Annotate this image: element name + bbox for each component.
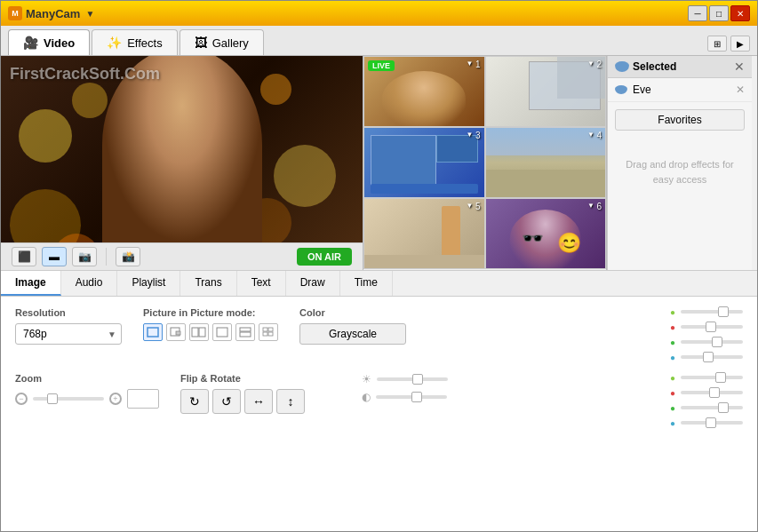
live-badge: LIVE — [368, 60, 395, 71]
minimize-button[interactable]: ─ — [688, 5, 707, 21]
pip-small-overlay-btn[interactable] — [166, 323, 186, 341]
cell-2-chevron[interactable]: ▼ — [587, 60, 594, 67]
resolution-select[interactable]: 768p 480p 1080p — [15, 323, 122, 345]
tabbar-action-2[interactable]: ▶ — [730, 36, 750, 52]
pip-side-icon — [191, 327, 207, 337]
title-dropdown[interactable]: ▼ — [85, 9, 94, 19]
video-grid: LIVE 1 ▼ 2 ▼ 3 ▼ — [363, 56, 607, 270]
dot-red2-icon: ● — [670, 388, 675, 398]
grid-cell-5[interactable]: 5 ▼ — [363, 198, 485, 269]
grid-cell-4[interactable]: 4 ▼ — [485, 127, 607, 198]
color-slider-row-1: ● — [670, 307, 743, 317]
pip-top-btn[interactable] — [235, 323, 255, 341]
tab-effects[interactable]: ✨ Effects — [92, 29, 178, 55]
bottom-tabbar: Image Audio Playlist Trans Text Draw Tim… — [1, 270, 757, 297]
cell-1-num: 1 — [475, 60, 481, 69]
flip-h-btn[interactable]: ↔ — [244, 389, 273, 414]
video-bg — [1, 56, 363, 242]
cell-6-chevron[interactable]: ▼ — [587, 202, 594, 210]
smiley-emoji: 😊 — [557, 232, 581, 255]
stream-btn[interactable]: ▬ — [42, 247, 67, 266]
favorites-button[interactable]: Favorites — [615, 109, 745, 131]
main-content: FirstCrackSoft.Com ⬛ ▬ 📷 📸 ON AIR LIVE 1… — [1, 56, 757, 270]
resolution-group: Resolution 768p 480p 1080p ▼ — [15, 307, 122, 362]
slider-8[interactable] — [681, 421, 743, 425]
grayscale-button[interactable]: Grayscale — [299, 323, 406, 345]
flip-buttons: ↻ ↺ ↔ ↕ — [180, 389, 305, 414]
pip-side-btn[interactable] — [189, 323, 209, 341]
flip-v-btn[interactable]: ↕ — [276, 389, 305, 414]
color-sliders: ● ● ● ● — [670, 307, 743, 362]
cell-1-chevron[interactable]: ▼ — [467, 60, 474, 67]
dot-blue2-icon: ● — [670, 418, 675, 428]
brightness-slider[interactable] — [377, 377, 448, 381]
tab-gallery[interactable]: 🖼 Gallery — [180, 29, 264, 55]
selected-item-remove[interactable]: ✕ — [736, 83, 745, 96]
bokeh-1 — [19, 109, 72, 163]
slider-5[interactable] — [681, 376, 743, 379]
zoom-label: Zoom — [15, 373, 159, 384]
gallery-tab-icon: 🖼 — [195, 36, 207, 50]
pip-full-btn[interactable] — [212, 323, 232, 341]
bokeh-2 — [72, 83, 108, 118]
effects-tab-icon: ✨ — [107, 36, 122, 50]
maximize-button[interactable]: □ — [709, 5, 729, 21]
slider-7[interactable] — [681, 406, 743, 409]
camera-btn[interactable]: 📸 — [116, 247, 140, 266]
slider-3[interactable] — [681, 340, 743, 344]
grid-cell-2[interactable]: 2 ▼ — [485, 56, 607, 127]
pip-label: Picture in Picture mode: — [143, 307, 278, 318]
rotate-cw-btn[interactable]: ↻ — [180, 389, 209, 414]
selected-eye-icon — [615, 61, 629, 72]
zoom-group: Zoom − + — [15, 373, 159, 428]
tab-video[interactable]: 🎥 Video — [8, 29, 90, 55]
app-icon: M — [8, 6, 22, 20]
sun-icon: ☀ — [362, 373, 371, 385]
svg-rect-0 — [148, 328, 158, 337]
slider-6[interactable] — [681, 391, 743, 394]
selected-close-btn[interactable]: ✕ — [734, 60, 745, 74]
tab-audio[interactable]: Audio — [61, 271, 118, 296]
tabbar-action-1[interactable]: ⊞ — [707, 36, 727, 52]
dot-blue-icon: ● — [670, 353, 675, 362]
color-label: Color — [299, 307, 406, 318]
zoom-slider[interactable] — [33, 397, 104, 401]
svg-rect-11 — [268, 332, 273, 336]
slider-1[interactable] — [681, 310, 743, 314]
record-btn[interactable]: ⬛ — [12, 247, 36, 266]
tab-draw[interactable]: Draw — [286, 271, 340, 296]
selected-item: Eve ✕ — [608, 78, 752, 102]
pip-grid-btn[interactable] — [259, 323, 278, 341]
zoom-in-icon[interactable]: + — [109, 393, 122, 405]
contrast-slider[interactable] — [376, 395, 447, 399]
color-row2-3: ● — [670, 403, 743, 413]
color-group: Color Grayscale — [299, 307, 406, 362]
rotate-ccw-btn[interactable]: ↺ — [212, 389, 241, 414]
grid-cell-3[interactable]: 3 ▼ — [363, 127, 485, 198]
tab-trans[interactable]: Trans — [180, 271, 236, 296]
cell-3-chevron[interactable]: ▼ — [467, 131, 474, 139]
tab-time[interactable]: Time — [340, 271, 393, 296]
video-controls: ⬛ ▬ 📷 📸 ON AIR — [1, 242, 363, 270]
svg-rect-3 — [192, 328, 198, 337]
close-button[interactable]: ✕ — [730, 5, 750, 21]
cell-5-chevron[interactable]: ▼ — [467, 202, 474, 210]
pip-single-btn[interactable] — [143, 323, 163, 341]
grid-cell-1[interactable]: LIVE 1 ▼ — [363, 56, 485, 127]
glasses-emoji: 🕶️ — [522, 227, 544, 249]
tab-image[interactable]: Image — [1, 271, 61, 296]
cell-4-chevron[interactable]: ▼ — [587, 131, 594, 139]
slider-2[interactable] — [681, 325, 743, 329]
cell-6-num: 6 — [596, 202, 602, 211]
dot-green-icon: ● — [670, 307, 675, 317]
tab-playlist[interactable]: Playlist — [117, 271, 180, 296]
on-air-button[interactable]: ON AIR — [297, 248, 352, 266]
dot-green2-icon: ● — [670, 337, 675, 347]
grid-cell-6[interactable]: 🕶️ 😊 6 ▼ — [485, 198, 607, 269]
pip-group: Picture in Picture mode: — [143, 307, 278, 362]
settings-area: Resolution 768p 480p 1080p ▼ Picture in … — [1, 297, 757, 532]
zoom-out-icon[interactable]: − — [15, 393, 28, 405]
tab-text[interactable]: Text — [237, 271, 286, 296]
slider-4[interactable] — [681, 355, 743, 359]
snapshot-btn[interactable]: 📷 — [72, 247, 97, 266]
